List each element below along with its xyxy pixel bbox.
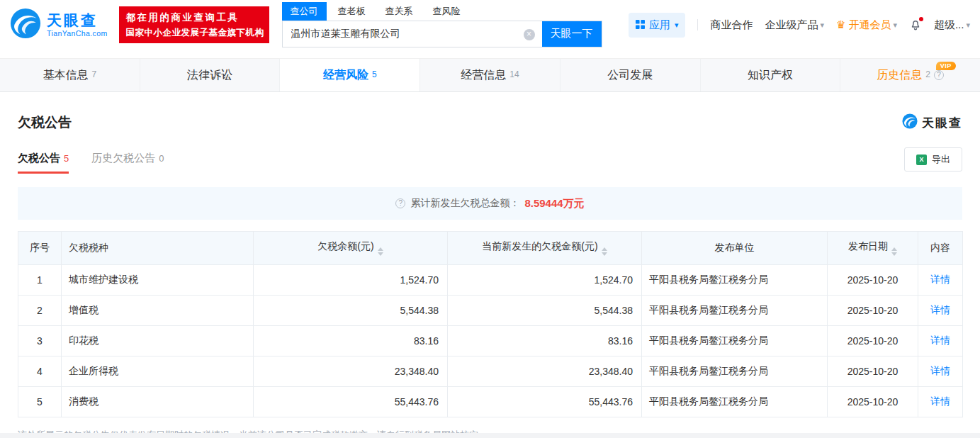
nav-open-vip[interactable]: ♛ 开通会员 ▾	[836, 18, 897, 32]
cell-date: 2025-10-20	[828, 387, 918, 417]
table-row: 2增值税5,544.385,544.38平阳县税务局鳌江税务分局2025-10-…	[18, 296, 963, 326]
tab-label: 经营信息	[461, 68, 506, 83]
section-brand-name: 天眼查	[922, 115, 962, 131]
col-header-balance[interactable]: 欠税余额(元)	[254, 232, 448, 265]
export-button[interactable]: X 导出	[904, 147, 962, 172]
detail-link[interactable]: 详情	[930, 395, 950, 407]
cell-balance: 55,443.76	[254, 387, 448, 417]
main-content: 欠税公告 天眼查 欠税公告5 历史欠税公告0 X 导出 ? 累计新发生欠税总金额…	[0, 113, 980, 438]
search-box: × 天眼一下	[282, 21, 602, 47]
search-area: 查公司 查老板 查关系 查风险 × 天眼一下	[282, 3, 602, 47]
nav-vip-label: 开通会员	[848, 18, 891, 32]
notification-dot	[919, 17, 923, 21]
excel-icon: X	[916, 155, 927, 165]
brand-name: 天眼查	[47, 12, 108, 28]
bottom-strip	[0, 433, 980, 438]
detail-link[interactable]: 详情	[930, 365, 950, 376]
cell-tax-type: 印花税	[62, 326, 254, 356]
promo-line2: 国家中小企业发展子基金旗下机构	[126, 27, 262, 39]
clear-icon[interactable]: ×	[524, 29, 535, 40]
cell-tax-type: 消费税	[62, 387, 254, 417]
tab-basic-info[interactable]: 基本信息 7	[0, 59, 140, 91]
promo-banner[interactable]: 都在用的商业查询工具 国家中小企业发展子基金旗下机构	[119, 6, 269, 43]
table-body: 1城市维护建设税1,524.701,524.70平阳县税务局鳌江税务分局2025…	[18, 265, 963, 417]
chevron-down-icon: ▾	[893, 21, 897, 30]
cell-new-amount: 5,544.38	[448, 296, 642, 326]
table-row: 1城市维护建设税1,524.701,524.70平阳县税务局鳌江税务分局2025…	[18, 265, 963, 296]
subtab-history-tax-arrears[interactable]: 历史欠税公告0	[91, 152, 164, 174]
search-tab-relation[interactable]: 查关系	[377, 2, 422, 21]
cell-date: 2025-10-20	[828, 265, 918, 296]
nav-business-cooperation[interactable]: 商业合作	[710, 18, 753, 32]
cell-detail: 详情	[918, 296, 963, 326]
tianyancha-logo[interactable]: 天眼查 TianYanCha.com	[10, 8, 108, 42]
search-input[interactable]	[283, 21, 542, 47]
nav-cooperation-label: 商业合作	[710, 18, 753, 32]
cell-publisher: 平阳县税务局鳌江税务分局	[642, 356, 828, 387]
subtab-tax-arrears[interactable]: 欠税公告5	[18, 152, 69, 174]
cell-detail: 详情	[918, 265, 963, 296]
cell-new-amount: 1,524.70	[448, 265, 642, 296]
help-icon: ?	[395, 198, 405, 208]
top-nav: 应用 ▾ 商业合作 企业级产品 ▾ ♛ 开通会员 ▾ 超级... ▾	[629, 13, 970, 38]
nav-enterprise-products[interactable]: 企业级产品 ▾	[765, 18, 824, 32]
nav-super-vip[interactable]: 超级... ▾	[934, 18, 970, 32]
cell-balance: 23,348.40	[254, 356, 448, 387]
tab-business-risk[interactable]: 经营风险 5	[280, 59, 420, 91]
col-header-publisher: 发布单位	[642, 232, 828, 265]
tax-arrears-table: 序号 欠税税种 欠税余额(元) 当前新发生的欠税金额(元) 发布单位 发布日期 …	[18, 231, 963, 417]
subtab-label: 欠税公告	[18, 152, 60, 164]
tab-history-info[interactable]: 历史信息 2 ? VIP	[840, 59, 980, 91]
brand-domain: TianYanCha.com	[47, 30, 108, 38]
cell-detail: 详情	[918, 387, 963, 417]
sort-icon[interactable]	[602, 247, 607, 256]
cell-balance: 1,524.70	[254, 265, 448, 296]
tab-intellectual-property[interactable]: 知识产权	[701, 59, 841, 91]
col-header-new-amount[interactable]: 当前新发生的欠税金额(元)	[448, 232, 642, 265]
notification-bell-icon[interactable]	[909, 18, 922, 31]
tianyancha-logo-icon	[902, 113, 918, 132]
tab-label: 公司发展	[607, 68, 653, 83]
col-header-tax-type: 欠税税种	[62, 232, 254, 265]
section-head: 欠税公告 天眼查	[18, 113, 962, 132]
subtab-row: 欠税公告5 历史欠税公告0 X 导出	[18, 147, 962, 177]
apps-button[interactable]: 应用 ▾	[629, 13, 686, 38]
search-tabs: 查公司 查老板 查关系 查风险	[282, 3, 602, 21]
cell-publisher: 平阳县税务局鳌江税务分局	[642, 387, 828, 417]
nav-super-label: 超级...	[934, 18, 964, 32]
section-brand-mark: 天眼查	[902, 113, 962, 132]
subtab-label: 历史欠税公告	[91, 152, 155, 164]
company-tabbar: 基本信息 7 法律诉讼 经营风险 5 经营信息 14 公司发展 知识产权 历史信…	[0, 58, 980, 92]
summary-bar: ? 累计新发生欠税总金额： 8.59444万元	[18, 187, 962, 220]
detail-link[interactable]: 详情	[930, 335, 950, 346]
summary-amount: 8.59444万元	[524, 197, 584, 210]
detail-link[interactable]: 详情	[930, 304, 950, 315]
tab-count: 7	[92, 69, 97, 79]
tab-business-info[interactable]: 经营信息 14	[420, 59, 561, 91]
cell-balance: 5,544.38	[254, 296, 448, 326]
tab-label: 知识产权	[748, 68, 793, 83]
subtab-count: 0	[159, 153, 164, 164]
table-row: 4企业所得税23,348.4023,348.40平阳县税务局鳌江税务分局2025…	[18, 356, 963, 387]
sort-icon[interactable]	[378, 247, 383, 256]
cell-no: 2	[18, 296, 62, 326]
search-button[interactable]: 天眼一下	[542, 21, 602, 47]
tab-label: 经营风险	[323, 68, 368, 83]
sort-icon[interactable]	[891, 247, 897, 256]
cell-publisher: 平阳县税务局鳌江税务分局	[642, 326, 828, 356]
search-tab-company[interactable]: 查公司	[282, 2, 327, 21]
cell-new-amount: 83.16	[448, 326, 642, 356]
cell-no: 3	[18, 326, 62, 356]
tab-company-development[interactable]: 公司发展	[561, 59, 701, 91]
cell-tax-type: 企业所得税	[62, 356, 254, 387]
tab-legal-proceedings[interactable]: 法律诉讼	[140, 59, 281, 91]
page-title: 欠税公告	[18, 113, 72, 132]
col-header-content: 内容	[918, 232, 963, 265]
cell-publisher: 平阳县税务局鳌江税务分局	[642, 265, 828, 296]
search-tab-boss[interactable]: 查老板	[330, 2, 374, 21]
tab-label: 历史信息	[877, 68, 922, 83]
col-header-date[interactable]: 发布日期	[828, 232, 918, 265]
search-tab-risk[interactable]: 查风险	[424, 2, 469, 21]
nav-enterprise-label: 企业级产品	[765, 18, 818, 32]
detail-link[interactable]: 详情	[930, 274, 950, 285]
